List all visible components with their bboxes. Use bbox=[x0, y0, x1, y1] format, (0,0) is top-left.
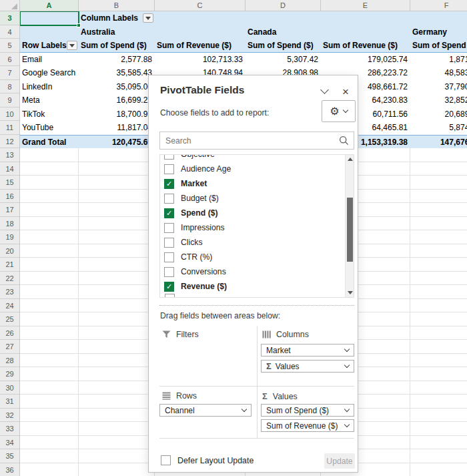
update-button[interactable]: Update bbox=[324, 453, 355, 469]
field-item-spend-[interactable]: ✓Spend ($) bbox=[160, 206, 344, 220]
pivot-cell[interactable]: 5,307.42 bbox=[246, 53, 321, 67]
scroll-up-icon[interactable] bbox=[346, 155, 354, 164]
row-header-12[interactable]: 12 bbox=[0, 135, 19, 149]
row-header-5[interactable]: 5 bbox=[0, 39, 19, 53]
unchecked-checkbox-icon[interactable] bbox=[164, 223, 174, 233]
row-header-6[interactable]: 6 bbox=[0, 53, 19, 67]
pivot-cell[interactable]: Canada bbox=[246, 25, 321, 39]
pivot-cell[interactable]: 5,874.66 bbox=[410, 121, 467, 135]
pivot-cell[interactable]: 120,475.69 bbox=[79, 136, 155, 149]
row-header-13[interactable]: 13 bbox=[0, 148, 19, 162]
pivot-cell[interactable]: Sum of Spend ($) bbox=[246, 39, 321, 53]
scroll-down-icon[interactable] bbox=[346, 288, 354, 297]
pivot-cell[interactable]: 11,817.04 bbox=[79, 121, 155, 135]
pivot-cell[interactable]: LinkedIn bbox=[20, 80, 79, 94]
checked-checkbox-icon[interactable]: ✓ bbox=[164, 179, 174, 189]
pivot-cell[interactable]: 37,790.55 bbox=[410, 80, 467, 94]
pivot-cell[interactable]: 147,676.86 bbox=[410, 136, 467, 149]
pivot-cell[interactable]: Meta bbox=[20, 93, 79, 107]
row-header-35[interactable]: 35 bbox=[0, 449, 19, 463]
pivot-cell[interactable]: 35,095.06 bbox=[79, 80, 155, 94]
row-header-29[interactable]: 29 bbox=[0, 367, 19, 381]
row-header-8[interactable]: 8 bbox=[0, 80, 19, 94]
field-item-conversions[interactable]: Conversions bbox=[160, 264, 344, 279]
field-item-revenue-[interactable]: ✓Revenue ($) bbox=[160, 279, 344, 294]
row-header-11[interactable]: 11 bbox=[0, 121, 19, 135]
field-list-scrollbar[interactable] bbox=[345, 155, 354, 297]
checked-checkbox-icon[interactable]: ✓ bbox=[164, 282, 174, 292]
field-item-clicks[interactable]: Clicks bbox=[160, 235, 344, 250]
pivot-cell[interactable]: 48,583.21 bbox=[410, 66, 467, 80]
pivot-cell[interactable]: 1,871.94 bbox=[410, 53, 467, 67]
pivot-cell[interactable]: Germany bbox=[410, 25, 467, 39]
row-header-33[interactable]: 33 bbox=[0, 422, 19, 436]
row-headers[interactable]: 3456789101112131415161718192021222324252… bbox=[0, 11, 20, 476]
row-header-18[interactable]: 18 bbox=[0, 217, 19, 231]
pivot-cell[interactable]: Email bbox=[20, 53, 79, 67]
pivot-cell[interactable]: Column Labels bbox=[79, 11, 155, 25]
unchecked-checkbox-icon[interactable] bbox=[164, 267, 174, 277]
pivot-cell[interactable]: Sum of Revenue ($) bbox=[155, 39, 246, 53]
pivot-cell[interactable]: 32,852.07 bbox=[410, 93, 467, 107]
field-item-ctr-[interactable]: CTR (%) bbox=[160, 250, 344, 264]
pivot-cell[interactable]: Sum of Spend ($) bbox=[79, 39, 155, 53]
column-header-D[interactable]: D bbox=[246, 0, 321, 11]
unchecked-checkbox-icon[interactable] bbox=[164, 164, 174, 174]
field-pill-market[interactable]: Market bbox=[261, 344, 354, 356]
row-header-20[interactable]: 20 bbox=[0, 244, 19, 258]
row-header-24[interactable]: 24 bbox=[0, 299, 19, 313]
column-header-A[interactable]: A bbox=[20, 0, 79, 11]
pane-collapse-button[interactable] bbox=[316, 85, 332, 98]
row-header-25[interactable]: 25 bbox=[0, 312, 19, 326]
pivot-cell[interactable]: 2,577.88 bbox=[79, 53, 155, 67]
pivot-cell[interactable]: 179,025.74 bbox=[321, 53, 410, 67]
row-header-34[interactable]: 34 bbox=[0, 436, 19, 450]
field-item-budget-[interactable]: Budget ($) bbox=[160, 191, 344, 206]
field-item-audience-age[interactable]: Audience Age bbox=[160, 162, 344, 176]
pivot-cell[interactable]: 18,700.91 bbox=[79, 107, 155, 122]
field-item-objective[interactable]: Objective bbox=[160, 154, 344, 162]
pivot-cell[interactable]: Australia bbox=[79, 25, 155, 39]
pivot-cell[interactable]: 20,689.43 bbox=[410, 107, 467, 122]
column-headers[interactable]: ABCDEF bbox=[20, 0, 467, 11]
pivot-cell[interactable]: 16,699.27 bbox=[79, 93, 155, 107]
row-header-7[interactable]: 7 bbox=[0, 66, 19, 80]
column-header-C[interactable]: C bbox=[155, 0, 246, 11]
column-header-F[interactable]: F bbox=[410, 0, 467, 11]
pivot-cell[interactable]: Row Labels bbox=[20, 39, 79, 53]
pivot-cell[interactable]: TikTok bbox=[20, 107, 79, 122]
field-item-market[interactable]: ✓Market bbox=[160, 176, 344, 191]
pane-close-button[interactable]: × bbox=[338, 85, 354, 98]
row-header-23[interactable]: 23 bbox=[0, 285, 19, 299]
unchecked-checkbox-icon[interactable] bbox=[164, 238, 174, 248]
row-header-26[interactable]: 26 bbox=[0, 326, 19, 340]
column-header-B[interactable]: B bbox=[79, 0, 155, 11]
field-pill-sum-of-revenue-[interactable]: Sum of Revenue ($) bbox=[261, 419, 354, 432]
filter-dropdown-button[interactable] bbox=[143, 13, 153, 23]
pivot-cell[interactable]: Google Search bbox=[20, 66, 79, 80]
select-all-corner[interactable] bbox=[0, 0, 20, 11]
row-header-17[interactable]: 17 bbox=[0, 203, 19, 217]
row-header-19[interactable]: 19 bbox=[0, 230, 19, 244]
field-pill-sum-of-spend-[interactable]: Sum of Spend ($) bbox=[261, 404, 354, 417]
checked-checkbox-icon[interactable]: ✓ bbox=[164, 208, 174, 218]
pivot-cell[interactable]: Sum of Spend ($) bbox=[410, 39, 467, 53]
row-header-31[interactable]: 31 bbox=[0, 395, 19, 409]
row-header-32[interactable]: 32 bbox=[0, 409, 19, 423]
row-header-9[interactable]: 9 bbox=[0, 93, 19, 107]
row-header-30[interactable]: 30 bbox=[0, 381, 19, 395]
row-header-28[interactable]: 28 bbox=[0, 354, 19, 368]
pivot-cell[interactable]: 35,585.43 bbox=[79, 66, 155, 80]
tools-gear-button[interactable]: ⚙ bbox=[322, 100, 356, 122]
row-header-16[interactable]: 16 bbox=[0, 190, 19, 204]
unchecked-checkbox-icon[interactable] bbox=[164, 252, 174, 262]
column-header-E[interactable]: E bbox=[321, 0, 410, 11]
row-header-27[interactable]: 27 bbox=[0, 340, 19, 354]
row-header-15[interactable]: 15 bbox=[0, 176, 19, 190]
scrollbar-thumb[interactable] bbox=[347, 198, 353, 262]
row-header-22[interactable]: 22 bbox=[0, 272, 19, 286]
pivot-cell[interactable]: Sum of Revenue ($) bbox=[321, 39, 410, 53]
pivot-cell[interactable]: Grand Total bbox=[20, 136, 79, 149]
defer-layout-checkbox[interactable] bbox=[161, 455, 171, 465]
search-input[interactable] bbox=[160, 136, 339, 146]
